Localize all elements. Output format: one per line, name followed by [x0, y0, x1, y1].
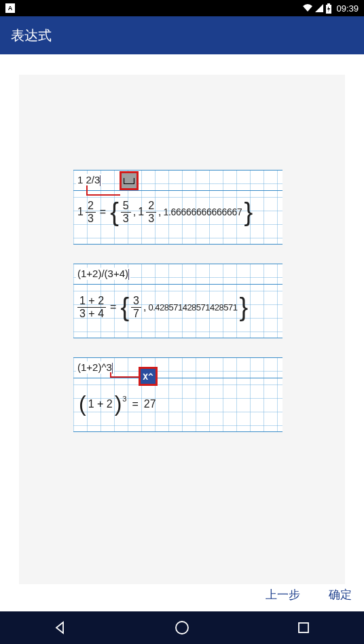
app-bar: 表达式	[0, 16, 364, 54]
space-key-button[interactable]: ⌴	[120, 171, 139, 190]
space-key-label: ⌴	[123, 173, 135, 187]
battery-icon	[325, 3, 332, 14]
svg-point-2	[176, 622, 188, 634]
footer-actions: 上一步 确定	[0, 577, 364, 611]
app-title: 表达式	[11, 26, 52, 45]
status-bar: A 09:39	[0, 0, 364, 16]
power-key-label: X^	[143, 372, 153, 382]
content-area: 1 2/3 ⌴ 1 23 = { 53 , 1 23 , 1.6666	[0, 54, 364, 611]
nav-recent-button[interactable]	[295, 620, 312, 636]
expression-2-output: 1 + 23 + 4 = { 37 , 0.428571428571428571…	[77, 294, 248, 320]
expression-1-input[interactable]: 1 2/3	[76, 174, 102, 186]
back-button[interactable]: 上一步	[266, 587, 300, 603]
expression-2-input[interactable]: (1+2)/(3+4)	[76, 268, 130, 280]
expression-3-output: ( 1 + 2 ) 3 = 27	[79, 391, 156, 416]
content-body: 1 2/3 ⌴ 1 23 = { 53 , 1 23 , 1.6666	[19, 75, 345, 584]
power-key-button[interactable]: X^	[139, 367, 158, 386]
nav-back-button[interactable]	[52, 620, 69, 636]
expression-block-1: 1 2/3 ⌴ 1 23 = { 53 , 1 23 , 1.6666	[73, 170, 283, 245]
expression-1-output: 1 23 = { 53 , 1 23 , 1.66666666666667 }	[77, 199, 253, 225]
svg-rect-3	[299, 623, 308, 632]
keyboard-indicator-icon: A	[5, 3, 15, 13]
space-annotation-line-h	[86, 194, 120, 196]
status-left: A	[5, 3, 15, 13]
navigation-bar	[0, 611, 364, 644]
wifi-icon	[302, 3, 313, 13]
signal-icon	[314, 3, 324, 13]
confirm-button[interactable]: 确定	[329, 587, 352, 603]
nav-home-button[interactable]	[174, 620, 190, 636]
space-annotation-line-v	[86, 185, 88, 195]
power-annotation-line-h	[110, 376, 139, 378]
expression-block-2: (1+2)/(3+4) 1 + 23 + 4 = { 37 , 0.428571…	[73, 264, 283, 338]
expression-block-3: (1+2)^3 X^ ( 1 + 2 ) 3 = 27	[73, 357, 283, 432]
svg-rect-1	[327, 3, 330, 5]
expression-3-input[interactable]: (1+2)^3	[76, 361, 114, 374]
status-time: 09:39	[336, 3, 359, 14]
status-right: 09:39	[302, 3, 359, 14]
